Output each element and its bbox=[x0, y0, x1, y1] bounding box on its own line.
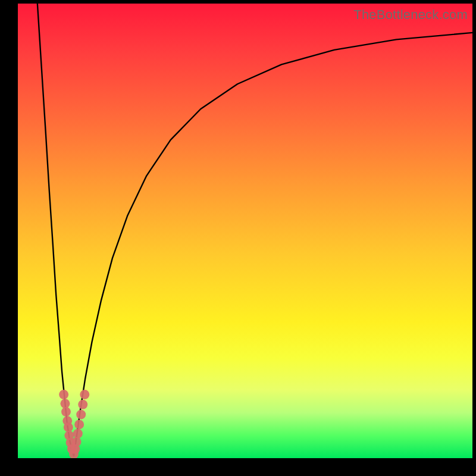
watermark-label: TheBottleneck.com bbox=[353, 7, 468, 23]
data-marker bbox=[76, 410, 86, 419]
data-marker bbox=[78, 400, 87, 409]
curve-group bbox=[37, 4, 472, 456]
series-right-branch bbox=[74, 33, 472, 456]
chart-frame: TheBottleneck.com bbox=[0, 0, 476, 476]
data-marker bbox=[61, 407, 71, 416]
data-marker bbox=[59, 390, 68, 399]
data-marker bbox=[72, 437, 82, 447]
data-marker bbox=[80, 390, 89, 399]
data-marker bbox=[64, 422, 73, 432]
chart-svg bbox=[18, 4, 472, 458]
plot-area: TheBottleneck.com bbox=[18, 4, 472, 458]
series-left-branch bbox=[37, 4, 74, 456]
data-marker bbox=[73, 429, 83, 439]
data-marker bbox=[60, 399, 70, 408]
marker-group bbox=[59, 390, 89, 458]
data-marker bbox=[74, 419, 84, 429]
